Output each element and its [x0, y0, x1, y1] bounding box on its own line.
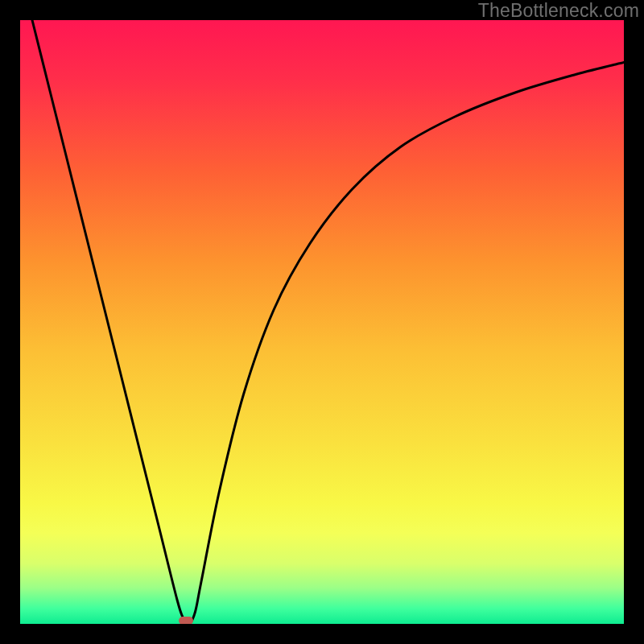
plot-area	[20, 20, 624, 624]
bottleneck-curve-line	[32, 20, 624, 624]
watermark-text: TheBottleneck.com	[478, 0, 639, 22]
curve-layer	[20, 20, 624, 624]
chart-frame: TheBottleneck.com	[0, 0, 644, 644]
optimal-point-marker	[179, 617, 193, 624]
